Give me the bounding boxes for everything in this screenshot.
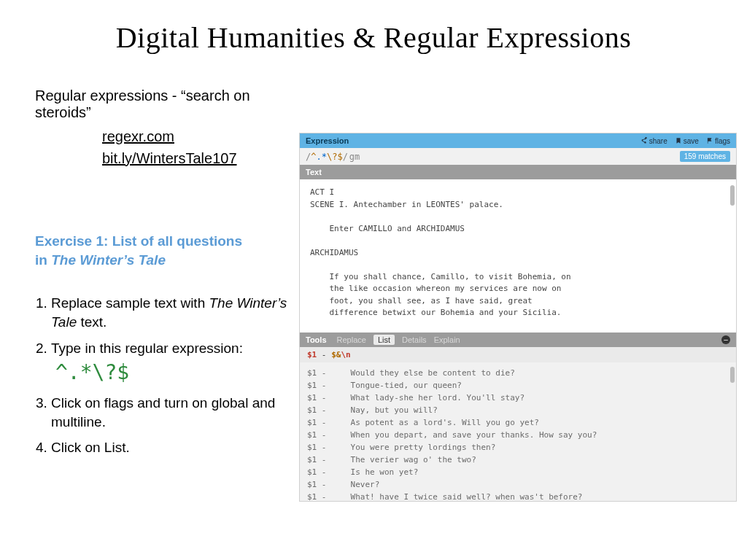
scrollbar-thumb[interactable] [730,185,735,206]
tab-replace[interactable]: Replace [337,335,366,344]
list-output-text: $1 - Would they else be content to die? … [307,368,597,501]
steps-list: Replace sample text with The Winter’s Ta… [35,294,290,457]
scrollbar-thumb[interactable] [730,367,735,383]
tab-list[interactable]: List [374,335,395,345]
lp-d1: $1 [307,350,317,359]
list-output-pane[interactable]: $1 - Would they else be content to die? … [300,362,736,501]
flags-label: flags [715,137,730,145]
step-2: Type in this regular expression: ^.*\?$ [51,339,290,386]
share-label: share [649,137,667,145]
slide-title: Digital Humanities & Regular Expressions [0,20,747,55]
intro-text: Regular expressions - “search on steroid… [35,88,290,121]
step-4: Click on List. [51,438,290,457]
step-2-regex: ^.*\?$ [55,359,290,386]
expression-label: Expression [306,136,349,145]
save-label: save [684,137,699,145]
share-button[interactable]: share [640,137,667,145]
step-3: Click on flags and turn on global and mu… [51,394,290,431]
regex-dollar: $ [337,152,342,162]
collapse-icon[interactable]: – [721,335,730,344]
regex-esc-q: \? [327,152,337,162]
regex-flags: gm [349,152,360,162]
tools-label: Tools [306,335,327,344]
link-winterstale[interactable]: bit.ly/WintersTale107 [102,147,290,169]
sample-text: ACT I SCENE I. Antechamber in LEONTES' p… [310,187,571,317]
regex-dot: . [316,152,321,162]
tab-details[interactable]: Details [402,335,427,344]
step-2-text: Type in this regular expression: [51,341,243,356]
share-icon [640,137,648,144]
flag-icon [706,137,713,144]
exercise-heading-title: The Winter’s Tale [51,252,166,268]
lp-nl: \n [341,350,350,359]
flags-button[interactable]: flags [706,137,730,145]
list-format-input[interactable]: $1 - $&\n [300,347,736,362]
tab-explain[interactable]: Explain [434,335,460,344]
link-regexr[interactable]: regexr.com [102,125,290,147]
text-label: Text [306,168,322,176]
exercise-heading: Exercise 1: List of all questions in The… [35,232,290,269]
save-button[interactable]: save [675,137,699,145]
match-count-badge: 159 matches [680,151,730,162]
expression-input[interactable]: /^.*\?$/gm [306,152,360,162]
text-pane[interactable]: ACT I SCENE I. Antechamber in LEONTES' p… [300,179,736,332]
lp-amp: $& [331,350,341,359]
step-1: Replace sample text with The Winter’s Ta… [51,294,290,331]
step-1-text-c: text. [77,314,107,330]
regex-star: * [322,152,327,162]
lp-mid: - [317,350,331,359]
bookmark-icon [675,137,682,144]
step-1-text-a: Replace sample text with [51,295,209,311]
regex-slash-close: / [343,152,348,162]
regexr-panel: Expression share save flags /^.*\?$/gm 1… [299,133,737,502]
